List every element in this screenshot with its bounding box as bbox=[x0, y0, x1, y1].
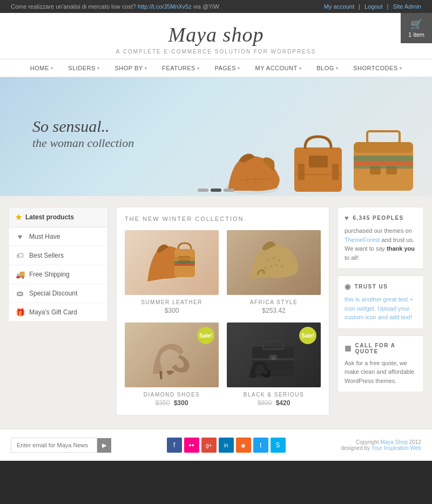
svg-point-26 bbox=[275, 264, 278, 266]
widget-text: Ask for a free quote, we make clean and … bbox=[345, 359, 417, 386]
header: 🛒 1 item Maya shop A COMPLETE E-COMMERCE… bbox=[0, 13, 432, 59]
slider-dot[interactable] bbox=[198, 189, 208, 192]
discount-icon: 🎟 bbox=[15, 289, 25, 298]
announcement-link[interactable]: http://t.co/J5MnXv5z bbox=[138, 3, 192, 10]
hero-shoe-image bbox=[222, 126, 282, 196]
product-name: DIAMOND SHOES bbox=[125, 392, 219, 398]
newsletter-input[interactable] bbox=[11, 438, 97, 453]
sidebar-item-label: Must Have bbox=[29, 233, 60, 240]
designer-link[interactable]: Your Inspiration Web bbox=[372, 445, 421, 451]
left-sidebar: ★ Latest products ♥ Must Have 🏷 Best Sel… bbox=[8, 207, 108, 415]
nav-features[interactable]: FEATURES ▾ bbox=[154, 59, 207, 77]
product-image: Sale! bbox=[227, 322, 321, 387]
chevron-down-icon: ▾ bbox=[197, 66, 200, 71]
heart-icon: ♥ bbox=[345, 214, 349, 222]
product-price: $253.42 bbox=[227, 307, 321, 314]
svg-rect-20 bbox=[174, 257, 195, 260]
gift-icon: 🎁 bbox=[15, 308, 25, 317]
slider-dot-active[interactable] bbox=[211, 189, 221, 192]
sidebar-item-label: Special Discount bbox=[29, 290, 77, 297]
chevron-down-icon: ▾ bbox=[51, 66, 53, 71]
main-content: THE NEW WINTER COLLECTION bbox=[116, 207, 329, 415]
footer-copyright: Copyright Maya Shop 2012 designed by You… bbox=[341, 439, 421, 451]
svg-point-28 bbox=[281, 265, 283, 267]
sidebar-item-must-have[interactable]: ♥ Must Have bbox=[9, 227, 107, 246]
widget-title: ◉ TRUST US bbox=[345, 283, 417, 291]
top-right-nav: My account | Logout | Site Admin bbox=[324, 3, 421, 10]
flickr-button[interactable]: ●● bbox=[184, 438, 199, 453]
skype-button[interactable]: S bbox=[271, 438, 286, 453]
slider-dot[interactable] bbox=[224, 189, 234, 192]
widget-text: this is another great text + icon widget… bbox=[345, 295, 417, 322]
top-bar: Come realizzare un'analisi di mercato lo… bbox=[0, 0, 432, 13]
announcement: Come realizzare un'analisi di mercato lo… bbox=[11, 3, 219, 10]
product-price: $300 bbox=[125, 307, 219, 314]
svg-rect-21 bbox=[174, 261, 195, 264]
googleplus-button[interactable]: g+ bbox=[201, 438, 217, 453]
nav-sliders[interactable]: SLIDERS ▾ bbox=[60, 59, 107, 77]
widget-title: ▦ CALL FOR A QUOTE bbox=[345, 342, 417, 354]
svg-point-25 bbox=[278, 259, 280, 261]
bag-image bbox=[145, 236, 199, 290]
nav-blog[interactable]: BLOG ▾ bbox=[309, 59, 346, 77]
sidebar-item-free-shipping[interactable]: 🚚 Free Shipping bbox=[9, 265, 107, 284]
chevron-down-icon: ▾ bbox=[97, 66, 100, 71]
product-item-black-serious[interactable]: Sale! bbox=[227, 322, 321, 407]
sale-badge: Sale! bbox=[299, 327, 316, 344]
briefcase-image bbox=[247, 328, 301, 382]
site-tagline: A COMPLETE E-COMMERCE SOLUTION FOR WORDP… bbox=[5, 49, 427, 55]
products-grid: SUMMER LEATHER $300 bbox=[125, 230, 321, 407]
main-nav: HOME ▾ SLIDERS ▾ SHOP BY ▾ FEATURES ▾ PA… bbox=[0, 59, 432, 77]
hero-slider-dots[interactable] bbox=[198, 189, 234, 192]
product-item-summer-leather[interactable]: SUMMER LEATHER $300 bbox=[125, 230, 219, 314]
nav-home[interactable]: HOME ▾ bbox=[23, 59, 61, 77]
product-price: $350 $300 bbox=[125, 399, 219, 407]
nav-my-account[interactable]: MY ACCOUNT ▾ bbox=[248, 59, 309, 77]
sidebar-item-special-discount[interactable]: 🎟 Special Discount bbox=[9, 284, 107, 303]
svg-point-24 bbox=[273, 257, 275, 259]
sale-badge: Sale! bbox=[197, 327, 214, 344]
widget-peoples: ♥ 6,345 PEOPLES purchased our themes on … bbox=[338, 207, 424, 269]
sidebar-item-label: Best Sellers bbox=[29, 252, 64, 259]
product-item-africa-style[interactable]: AFRICA STYLE $253.42 bbox=[227, 230, 321, 314]
newsletter-submit-button[interactable]: ▶ bbox=[97, 438, 111, 453]
hero-bags-image bbox=[290, 126, 416, 196]
chevron-down-icon: ▾ bbox=[400, 66, 402, 71]
footer: ▶ f ●● g+ in ◉ t S Copyright Maya Shop 2… bbox=[0, 429, 432, 461]
facebook-button[interactable]: f bbox=[167, 438, 182, 453]
my-account-link[interactable]: My account bbox=[324, 3, 354, 10]
twitter-button[interactable]: t bbox=[253, 438, 268, 453]
linkedin-button[interactable]: in bbox=[219, 438, 234, 453]
chevron-down-icon: ▾ bbox=[299, 66, 302, 71]
widget-quote: ▦ CALL FOR A QUOTE Ask for a free quote,… bbox=[338, 335, 424, 393]
svg-point-29 bbox=[265, 267, 267, 269]
svg-point-23 bbox=[267, 259, 269, 261]
star-icon: ★ bbox=[15, 213, 22, 221]
sidebar-item-gift-card[interactable]: 🎁 Maya's Gift Card bbox=[9, 303, 107, 321]
announcement-text: Come realizzare un'analisi di mercato lo… bbox=[11, 3, 136, 10]
nav-pages[interactable]: PAGES ▾ bbox=[207, 59, 247, 77]
rss-button[interactable]: ◉ bbox=[236, 438, 251, 453]
right-sidebar: ♥ 6,345 PEOPLES purchased our themes on … bbox=[338, 207, 424, 415]
cart-icon: 🛒 bbox=[408, 18, 424, 30]
svg-rect-6 bbox=[298, 164, 305, 180]
product-item-diamond-shoes[interactable]: Sale! DIAMOND SHOES bbox=[125, 322, 219, 407]
brand-link[interactable]: Maya Shop bbox=[380, 439, 408, 445]
truck-icon: 🚚 bbox=[15, 270, 25, 279]
sidebar-header: ★ Latest products bbox=[9, 207, 107, 227]
cart-widget[interactable]: 🛒 1 item bbox=[401, 13, 432, 43]
shoe-image bbox=[247, 236, 301, 290]
tag-icon: 🏷 bbox=[15, 251, 25, 260]
sidebar-item-best-sellers[interactable]: 🏷 Best Sellers bbox=[9, 246, 107, 265]
hero-line1: So sensual.. bbox=[32, 117, 134, 136]
nav-shop-by[interactable]: SHOP BY ▾ bbox=[107, 59, 154, 77]
logout-link[interactable]: Logout bbox=[364, 3, 383, 10]
sidebar-item-label: Free Shipping bbox=[29, 271, 70, 278]
widget-title: ♥ 6,345 PEOPLES bbox=[345, 214, 417, 222]
site-admin-link[interactable]: Site Admin bbox=[393, 3, 421, 10]
svg-rect-15 bbox=[354, 156, 413, 161]
cart-count: 1 item bbox=[408, 31, 424, 38]
nav-shortcodes[interactable]: SHORTCODES ▾ bbox=[346, 59, 409, 77]
svg-rect-7 bbox=[332, 164, 339, 180]
themeforest-link[interactable]: ThemeForest bbox=[345, 237, 380, 243]
